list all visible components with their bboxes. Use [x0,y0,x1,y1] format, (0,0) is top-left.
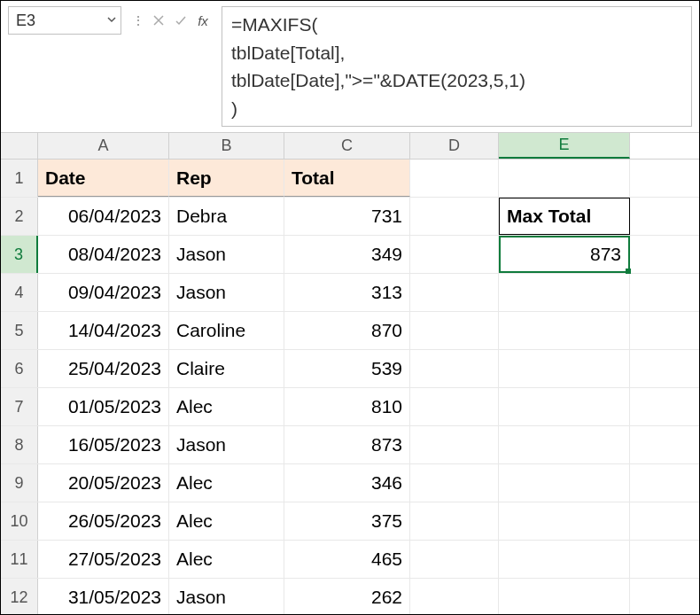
cell-A6[interactable]: 25/04/2023 [38,350,169,387]
enter-icon[interactable] [171,11,191,30]
row-1: 1 Date Rep Total [1,160,699,198]
cell-B1[interactable]: Rep [169,160,284,197]
cell-B2[interactable]: Debra [169,198,284,235]
row-header-5[interactable]: 5 [1,312,38,349]
col-header-A[interactable]: A [38,133,169,159]
cell-C6[interactable]: 539 [284,350,410,387]
chevron-down-icon[interactable] [106,14,117,27]
cell-E7[interactable] [499,388,630,425]
cell-C10[interactable]: 375 [284,502,410,540]
formula-line-3: tblDate[Date],">="&DATE(2023,5,1) [231,70,525,90]
cell-A5[interactable]: 14/04/2023 [38,312,169,349]
row-header-2[interactable]: 2 [1,198,38,235]
cell-A3[interactable]: 08/04/2023 [38,236,169,273]
cell-C12[interactable]: 262 [284,579,410,615]
cancel-icon[interactable] [149,11,168,30]
row-header-12[interactable]: 12 [1,579,38,615]
row-9: 9 20/05/2023 Alec 346 [1,464,699,502]
cell-D12[interactable] [410,579,499,615]
cell-A7[interactable]: 01/05/2023 [38,388,169,425]
row-header-6[interactable]: 6 [1,350,38,387]
cell-A12[interactable]: 31/05/2023 [38,579,169,615]
cell-D8[interactable] [410,426,499,463]
cell-E3[interactable]: 873 [499,236,630,273]
cell-D9[interactable] [410,464,499,502]
cell-A4[interactable]: 09/04/2023 [38,274,169,311]
row-header-4[interactable]: 4 [1,274,38,311]
cell-D2[interactable] [410,198,499,235]
row-header-9[interactable]: 9 [1,464,38,502]
formula-bar-buttons: ⋮ fx [127,6,216,35]
cell-E11[interactable] [499,541,630,578]
cell-D11[interactable] [410,541,499,578]
cell-E9[interactable] [499,464,630,502]
row-7: 7 01/05/2023 Alec 810 [1,388,699,426]
cell-C7[interactable]: 810 [284,388,410,425]
row-header-10[interactable]: 10 [1,502,38,540]
row-12: 12 31/05/2023 Jason 262 [1,579,699,615]
cell-B5[interactable]: Caroline [169,312,284,349]
cell-E10[interactable] [499,502,630,540]
formula-line-4: ) [231,98,237,119]
cell-B9[interactable]: Alec [169,464,284,502]
cell-A10[interactable]: 26/05/2023 [38,502,169,540]
cell-C8[interactable]: 873 [284,426,410,463]
row-8: 8 16/05/2023 Jason 873 [1,426,699,464]
cell-D4[interactable] [410,274,499,311]
spreadsheet-grid: A B C D E 1 Date Rep Total 2 06/04/2023 … [1,133,699,615]
cell-E8[interactable] [499,426,630,463]
cell-E4[interactable] [499,274,630,311]
cell-B6[interactable]: Claire [169,350,284,387]
row-5: 5 14/04/2023 Caroline 870 [1,312,699,350]
cell-D10[interactable] [410,502,499,540]
cell-B11[interactable]: Alec [169,541,284,578]
row-header-7[interactable]: 7 [1,388,38,425]
fx-icon[interactable]: fx [193,11,213,30]
cell-B12[interactable]: Jason [169,579,284,615]
name-box[interactable]: E3 [8,6,121,35]
cell-A11[interactable]: 27/05/2023 [38,541,169,578]
cell-B7[interactable]: Alec [169,388,284,425]
cell-B4[interactable]: Jason [169,274,284,311]
cell-D1[interactable] [410,160,499,197]
cell-C3[interactable]: 349 [284,236,410,273]
vertical-dots-icon: ⋮ [130,13,146,27]
cell-C2[interactable]: 731 [284,198,410,235]
cell-D6[interactable] [410,350,499,387]
cell-B8[interactable]: Jason [169,426,284,463]
row-10: 10 26/05/2023 Alec 375 [1,502,699,541]
cell-E12[interactable] [499,579,630,615]
cell-D5[interactable] [410,312,499,349]
cell-D3[interactable] [410,236,499,273]
cell-A1[interactable]: Date [38,160,169,197]
cell-C11[interactable]: 465 [284,541,410,578]
col-header-B[interactable]: B [169,133,284,159]
formula-input[interactable]: =MAXIFS( tblDate[Total], tblDate[Date],"… [222,6,692,127]
row-3: 3 08/04/2023 Jason 349 873 [1,236,699,274]
cell-C1[interactable]: Total [284,160,410,197]
row-header-11[interactable]: 11 [1,541,38,578]
formula-line-2: tblDate[Total], [231,43,345,63]
column-headers: A B C D E [1,133,699,160]
cell-E2[interactable]: Max Total [499,198,630,235]
cell-B3[interactable]: Jason [169,236,284,273]
row-header-3[interactable]: 3 [1,236,38,273]
cell-A2[interactable]: 06/04/2023 [38,198,169,235]
select-all-corner[interactable] [1,133,38,159]
row-header-8[interactable]: 8 [1,426,38,463]
name-box-value: E3 [16,12,35,30]
row-header-1[interactable]: 1 [1,160,38,197]
cell-E1[interactable] [499,160,630,197]
cell-C5[interactable]: 870 [284,312,410,349]
col-header-E[interactable]: E [499,133,630,159]
cell-E6[interactable] [499,350,630,387]
cell-A8[interactable]: 16/05/2023 [38,426,169,463]
cell-B10[interactable]: Alec [169,502,284,540]
cell-A9[interactable]: 20/05/2023 [38,464,169,502]
cell-C4[interactable]: 313 [284,274,410,311]
cell-C9[interactable]: 346 [284,464,410,502]
cell-D7[interactable] [410,388,499,425]
col-header-C[interactable]: C [284,133,410,159]
cell-E5[interactable] [499,312,630,349]
col-header-D[interactable]: D [410,133,499,159]
